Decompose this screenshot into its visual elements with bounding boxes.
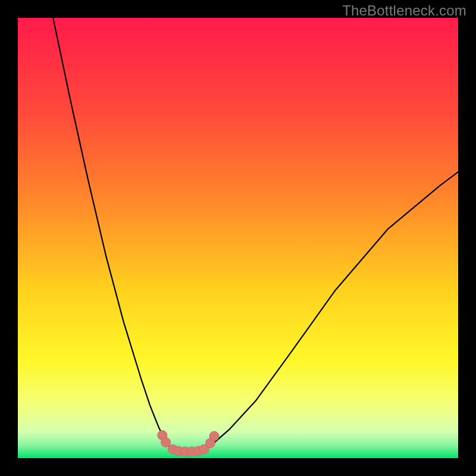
watermark-text: TheBottleneck.com — [342, 2, 466, 19]
chart-canvas — [18, 18, 458, 458]
chart-frame: TheBottleneck.com — [0, 0, 476, 476]
trough-marker — [209, 431, 219, 441]
trough-marker — [161, 437, 171, 447]
gradient-background — [18, 18, 458, 458]
